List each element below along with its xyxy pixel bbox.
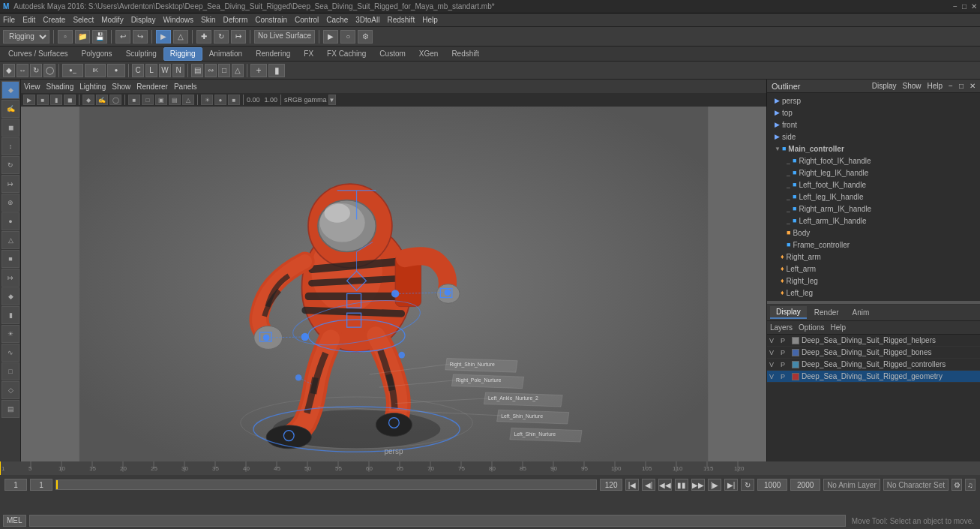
vp-menu-shading[interactable]: Shading <box>46 83 74 91</box>
measure-btn[interactable]: ↦ <box>1 269 19 287</box>
move-btn[interactable]: ✚ <box>196 30 211 44</box>
play-fwd-btn[interactable]: ▶▶ <box>691 479 705 491</box>
tab-animation[interactable]: Animation <box>202 47 249 61</box>
timeline-ruler[interactable]: 1 5 10 15 20 25 30 35 40 45 50 <box>0 461 980 475</box>
menu-cache[interactable]: Cache <box>326 16 348 24</box>
outliner-help-menu[interactable]: Help <box>928 82 943 90</box>
ipr-btn[interactable]: ○ <box>340 30 355 44</box>
tree-item-left-arm[interactable]: ♦ Left_arm <box>767 263 980 275</box>
no-live-btn[interactable]: No Live Surface <box>254 30 315 44</box>
maximize-btn[interactable]: □ <box>962 2 967 11</box>
redo-btn[interactable]: ↪ <box>133 30 148 44</box>
ch-subtab-layers[interactable]: Layers <box>770 323 793 332</box>
tree-item-side[interactable]: ▶ side <box>767 131 980 143</box>
tree-item-right-arm[interactable]: ♦ Right_arm <box>767 251 980 263</box>
snap-curve-btn[interactable]: ∾ <box>205 64 217 77</box>
layer-row-bones[interactable]: V P Deep_Sea_Diving_Suit_Rigged_bones <box>767 347 980 359</box>
layer-row-helpers[interactable]: V P Deep_Sea_Diving_Suit_Rigged_helpers <box>767 335 980 347</box>
save-scene-btn[interactable]: 💾 <box>92 30 107 44</box>
tab-rendering[interactable]: Rendering <box>249 47 297 61</box>
layer-v-controllers[interactable]: V <box>769 361 778 368</box>
rotate-mode-btn[interactable]: ↻ <box>1 156 19 174</box>
tab-xgen[interactable]: XGen <box>412 47 445 61</box>
vp-cam2-btn[interactable]: ■ <box>37 95 49 105</box>
custom1-btn[interactable]: ▤ <box>1 400 19 418</box>
freeze-btn[interactable]: ◇ <box>1 381 19 399</box>
render-btn[interactable]: ▶ <box>323 30 338 44</box>
mel-input[interactable] <box>29 515 846 527</box>
tree-item-top[interactable]: ▶ top <box>767 107 980 119</box>
timeline-scrubber[interactable] <box>55 479 597 490</box>
tree-item-left-arm-ik[interactable]: ⎯ ■ Left_arm_IK_handle <box>767 215 980 227</box>
menu-windows[interactable]: Windows <box>163 16 193 24</box>
tree-item-right-foot-ik[interactable]: ⎯ ■ Right_foot_IK_handle <box>767 155 980 167</box>
no-char-set-btn[interactable]: No Character Set <box>883 479 949 491</box>
render-settings-btn[interactable]: ⚙ <box>358 30 373 44</box>
tree-item-main-controller[interactable]: ▼ ■ Main_controller <box>767 143 980 155</box>
close-btn[interactable]: ✕ <box>971 2 977 11</box>
loop-btn[interactable]: ↻ <box>741 479 754 491</box>
menu-help[interactable]: Help <box>422 16 438 24</box>
xray-btn[interactable]: □ <box>1 362 19 380</box>
ch-tab-display[interactable]: Display <box>770 306 807 319</box>
outliner-maximize-btn[interactable]: □ <box>959 82 964 90</box>
tree-item-front[interactable]: ▶ front <box>767 119 980 131</box>
lattice-btn[interactable]: L <box>145 64 157 77</box>
vp-select-btn[interactable]: ◆ <box>82 95 94 105</box>
vp-shade2-btn[interactable]: □ <box>142 95 154 105</box>
select-tool-btn[interactable]: ◆ <box>3 64 15 77</box>
current-frame-field[interactable] <box>30 479 52 491</box>
layer-v-bones[interactable]: V <box>769 349 778 356</box>
menu-modify[interactable]: Modify <box>101 16 123 24</box>
range-start-field[interactable] <box>757 479 787 491</box>
move-mode-btn[interactable]: ↕ <box>1 137 19 155</box>
layer-row-controllers[interactable]: V P Deep_Sea_Diving_Suit_Rigged_controll… <box>767 359 980 371</box>
outliner-minimize-btn[interactable]: − <box>949 82 953 90</box>
tab-fx[interactable]: FX <box>297 47 320 61</box>
skip-start-btn[interactable]: |◀ <box>625 479 639 491</box>
canvas-area[interactable]: X Y Z Right_Shin_Nurture Right_Pole_Nurt… <box>21 107 766 461</box>
snap-point-btn[interactable]: □ <box>218 64 230 77</box>
outliner-show-menu[interactable]: Show <box>903 82 922 90</box>
tree-item-right-leg[interactable]: ♦ Right_leg <box>767 275 980 287</box>
layer-v-geo[interactable]: V <box>769 373 778 380</box>
tab-polygons[interactable]: Polygons <box>74 47 118 61</box>
menu-display[interactable]: Display <box>131 16 156 24</box>
menu-select[interactable]: Select <box>73 16 94 24</box>
vp-menu-panels[interactable]: Panels <box>174 83 197 91</box>
vp-menu-view[interactable]: View <box>24 83 40 91</box>
step-fwd-btn[interactable]: |▶ <box>708 479 721 491</box>
mel-label[interactable]: MEL <box>3 515 26 527</box>
cluster-btn[interactable]: C <box>132 64 144 77</box>
wrap-btn[interactable]: W <box>159 64 171 77</box>
no-anim-layer-btn[interactable]: No Anim Layer <box>823 479 880 491</box>
snap-surface-btn[interactable]: △ <box>232 64 244 77</box>
tab-redshift[interactable]: Redshift <box>445 47 486 61</box>
menu-3dtoa[interactable]: 3DtoAll <box>355 16 379 24</box>
vp-shadow-btn[interactable]: ■ <box>228 95 240 105</box>
tab-custom[interactable]: Custom <box>373 47 412 61</box>
vp-shade4-btn[interactable]: ▤ <box>169 95 181 105</box>
move-tool-btn[interactable]: ↔ <box>16 64 28 77</box>
outliner-display-menu[interactable]: Display <box>872 82 897 90</box>
menu-redshift[interactable]: Redshift <box>387 16 415 24</box>
tree-item-right-leg-ik[interactable]: ⎯ ■ Right_leg_IK_handle <box>767 167 980 179</box>
vp-menu-lighting[interactable]: Lighting <box>79 83 106 91</box>
tree-item-left-foot-ik[interactable]: ⎯ ■ Left_foot_IK_handle <box>767 179 980 191</box>
plus-btn[interactable]: + <box>250 64 267 77</box>
minimize-btn[interactable]: − <box>953 2 958 11</box>
lasso-mode-btn[interactable]: △ <box>1 231 19 249</box>
new-scene-btn[interactable]: ▫ <box>58 30 73 44</box>
set-key-btn[interactable]: ◆ <box>1 287 19 305</box>
layer-row-geometry[interactable]: V P Deep_Sea_Diving_Suit_Rigged_geometry <box>767 371 980 383</box>
rotate-tool-btn[interactable]: ↻ <box>30 64 42 77</box>
select-btn[interactable]: ▶ <box>156 30 171 44</box>
camera-btn[interactable]: ▮ <box>1 306 19 324</box>
menu-file[interactable]: File <box>3 16 15 24</box>
lasso-btn[interactable]: △ <box>173 30 188 44</box>
joint-tool-btn[interactable]: ●⎯ <box>62 64 83 77</box>
menu-constrain[interactable]: Constrain <box>255 16 287 24</box>
open-scene-btn[interactable]: 📁 <box>75 30 90 44</box>
vp-cam3-btn[interactable]: ▮ <box>50 95 62 105</box>
tree-item-frame-ctrl[interactable]: ■ Frame_controller <box>767 239 980 251</box>
